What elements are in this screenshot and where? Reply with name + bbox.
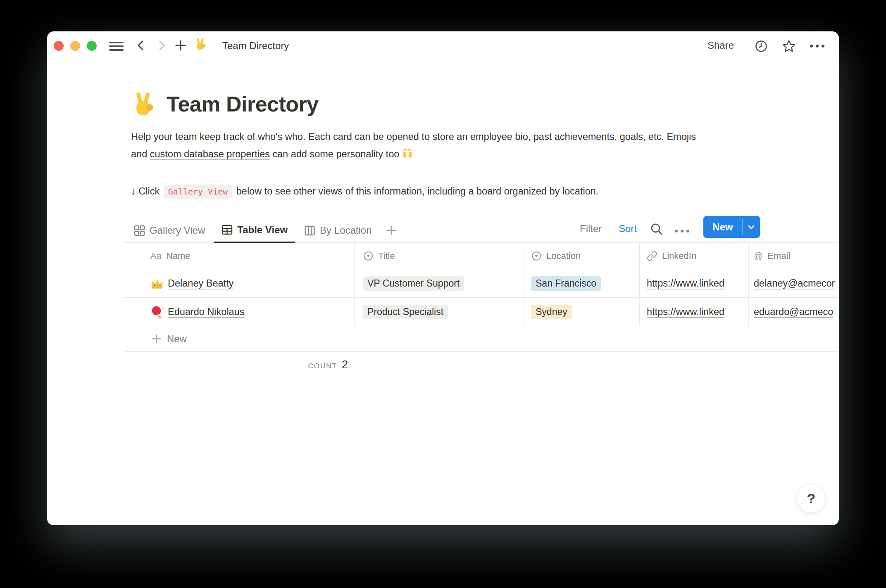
zoom-window-button[interactable] (87, 41, 97, 51)
count-value: 2 (342, 358, 348, 371)
minimize-window-button[interactable] (70, 41, 80, 51)
tab-table-view[interactable]: Table View (214, 218, 295, 243)
column-header-title[interactable]: Title (355, 243, 524, 269)
column-label: Email (767, 251, 790, 261)
page-title[interactable]: Team Directory (167, 92, 319, 116)
table-view: Aa Name Title Location LinkedIn @ Email (124, 243, 839, 375)
column-label: Title (378, 251, 395, 261)
email-property-icon: @ (754, 251, 763, 261)
forward-icon[interactable] (155, 39, 168, 52)
cell-linkedin[interactable]: https://www.linked (640, 298, 749, 326)
cell-title[interactable]: VP Customer Support (355, 269, 524, 297)
cell-location[interactable]: San Francisco (524, 269, 640, 297)
titlebar-page-title: Team Directory (222, 40, 289, 52)
title-tag[interactable]: VP Customer Support (363, 276, 464, 291)
linkedin-url[interactable]: https://www.linked (647, 306, 724, 318)
window-more-options-icon[interactable] (810, 45, 824, 47)
cell-name[interactable]: Eduardo Nikolaus (124, 298, 355, 326)
table-header-row: Aa Name Title Location LinkedIn @ Email (124, 243, 839, 269)
select-property-icon (531, 251, 542, 261)
column-header-email[interactable]: @ Email (749, 243, 839, 269)
custom-properties-link[interactable]: custom database properties (150, 149, 270, 159)
chevron-down-icon (747, 223, 756, 232)
tab-by-location[interactable]: By Location (297, 218, 379, 243)
link-property-icon (647, 251, 657, 261)
victory-hand-emoji (194, 38, 207, 50)
cell-location[interactable]: Sydney (524, 298, 640, 326)
cell-name[interactable]: Delaney Beatty (124, 269, 355, 297)
person-name[interactable]: Eduardo Nikolaus (168, 306, 245, 318)
victory-hand-emoji[interactable] (131, 92, 156, 116)
title-tag[interactable]: Product Specialist (363, 305, 448, 319)
table-row: Delaney Beatty VP Customer Support San F… (124, 269, 839, 298)
column-header-location[interactable]: Location (524, 243, 640, 269)
sidebar-toggle-icon[interactable] (109, 42, 124, 51)
email-address[interactable]: eduardo@acmeco (754, 306, 833, 318)
back-icon[interactable] (135, 39, 147, 52)
page-heading: Team Directory (131, 92, 319, 116)
cell-title[interactable]: Product Specialist (355, 298, 524, 326)
search-icon[interactable] (650, 222, 664, 236)
plus-icon (151, 334, 162, 344)
close-window-button[interactable] (54, 41, 64, 51)
new-record-button[interactable]: New (703, 216, 760, 238)
location-tag[interactable]: San Francisco (531, 276, 601, 291)
new-button-label[interactable]: New (703, 216, 742, 238)
email-address[interactable]: delaney@acmecor (754, 278, 835, 289)
select-property-icon (363, 251, 374, 261)
note-text: below to see other views of this informa… (233, 186, 598, 197)
text-property-icon: Aa (150, 251, 162, 261)
new-tab-plus-icon[interactable] (174, 39, 187, 52)
tab-label: By Location (320, 225, 372, 236)
table-icon (222, 224, 233, 235)
crown-emoji (150, 277, 164, 290)
person-name[interactable]: Delaney Beatty (168, 278, 233, 289)
ping-pong-emoji (150, 305, 164, 319)
column-label: Name (166, 251, 191, 261)
callout-note[interactable]: ↓ Click Gallery View below to see other … (131, 182, 598, 201)
column-header-name[interactable]: Aa Name (124, 243, 355, 269)
linkedin-url[interactable]: https://www.linked (647, 278, 724, 289)
board-columns-icon (304, 225, 315, 236)
gallery-view-code-chip: Gallery View (164, 185, 232, 199)
tab-gallery-view[interactable]: Gallery View (126, 218, 212, 243)
filter-button[interactable]: Filter (580, 223, 602, 235)
count-summary[interactable]: COUNT 2 (124, 358, 355, 375)
new-row-button[interactable]: New (124, 326, 839, 352)
tab-label: Gallery View (150, 225, 205, 236)
cell-linkedin[interactable]: https://www.linked (640, 269, 749, 297)
share-button[interactable]: Share (707, 40, 734, 51)
cell-email[interactable]: delaney@acmecor (749, 269, 839, 297)
cell-email[interactable]: eduardo@acmeco (749, 298, 839, 326)
favorite-star-icon[interactable] (782, 39, 796, 53)
note-text: ↓ Click (131, 186, 162, 197)
notion-window: Team Directory Share Team Directory Help… (47, 31, 839, 525)
location-tag[interactable]: Sydney (531, 305, 572, 319)
updates-clock-icon[interactable] (755, 40, 768, 53)
raising-hands-emoji (402, 148, 413, 159)
add-view-plus-icon[interactable] (381, 218, 402, 243)
column-label: LinkedIn (662, 251, 696, 261)
traffic-lights (54, 41, 97, 51)
column-header-linkedin[interactable]: LinkedIn (640, 243, 749, 269)
help-button[interactable]: ? (797, 484, 826, 513)
column-label: Location (546, 251, 581, 261)
tab-label: Table View (237, 224, 288, 236)
view-options-icon[interactable] (675, 230, 689, 232)
new-row-label: New (167, 333, 187, 345)
titlebar: Team Directory Share (47, 31, 839, 55)
page-description[interactable]: Help your team keep track of who's who. … (131, 128, 699, 163)
table-row: Eduardo Nikolaus Product Specialist Sydn… (124, 298, 839, 326)
count-label: COUNT (308, 362, 337, 370)
description-text: can add some personality too (270, 149, 402, 159)
new-button-dropdown[interactable] (743, 216, 760, 238)
gallery-grid-icon (134, 225, 145, 236)
sort-button[interactable]: Sort (619, 223, 637, 235)
help-label: ? (807, 491, 816, 507)
